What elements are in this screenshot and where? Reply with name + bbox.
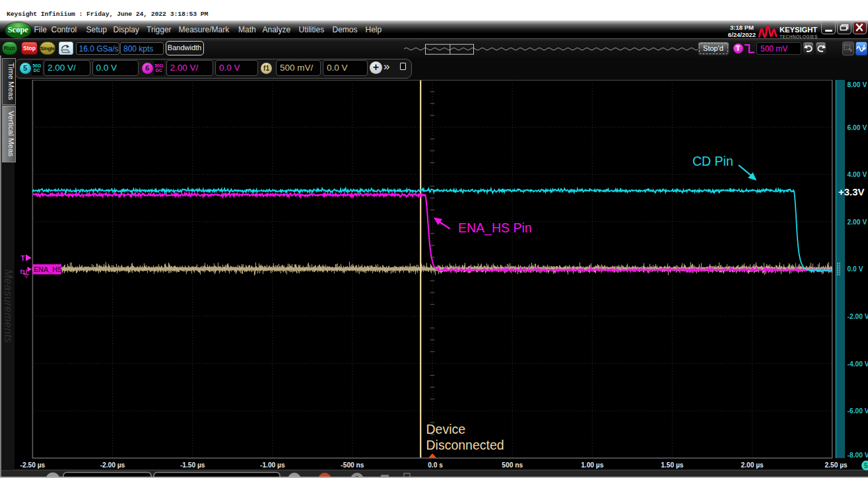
svg-text:1.50 µs: 1.50 µs bbox=[661, 461, 684, 469]
svg-text:5: 5 bbox=[864, 462, 868, 469]
svg-text:4.00 V: 4.00 V bbox=[848, 171, 867, 178]
svg-text:-8.00 V: -8.00 V bbox=[848, 452, 868, 459]
svg-text:500 ns: 500 ns bbox=[502, 461, 523, 469]
svg-text:-2.50 µs: -2.50 µs bbox=[20, 461, 46, 469]
svg-text:ENA_HS: ENA_HS bbox=[34, 265, 62, 273]
svg-text:-2.00 V: -2.00 V bbox=[848, 313, 868, 320]
svg-text:6.00 V: 6.00 V bbox=[848, 124, 867, 131]
svg-text:2.00 µs: 2.00 µs bbox=[741, 461, 764, 469]
svg-text:CD Pin: CD Pin bbox=[692, 154, 733, 168]
svg-text:8.00 V: 8.00 V bbox=[848, 81, 867, 88]
svg-text:ENA_HS Pin: ENA_HS Pin bbox=[458, 221, 532, 236]
svg-text:T: T bbox=[21, 255, 25, 262]
svg-text:-1.00 µs: -1.00 µs bbox=[260, 461, 285, 469]
svg-text:-4.00 V: -4.00 V bbox=[848, 360, 868, 368]
svg-text:0.0 s: 0.0 s bbox=[428, 461, 443, 469]
svg-text:-6.00 V: -6.00 V bbox=[848, 407, 868, 415]
svg-text:0.0 V: 0.0 V bbox=[848, 265, 863, 273]
svg-text:Device: Device bbox=[426, 422, 466, 436]
svg-text:-1.50 µs: -1.50 µs bbox=[180, 461, 205, 469]
svg-text:2.00 V: 2.00 V bbox=[848, 219, 867, 226]
svg-text:1.00 µs: 1.00 µs bbox=[581, 461, 604, 469]
svg-text:2.50 µs: 2.50 µs bbox=[825, 461, 848, 469]
svg-text:+3.3V: +3.3V bbox=[838, 186, 865, 197]
svg-text:-500 ns: -500 ns bbox=[341, 461, 364, 469]
svg-text:Disconnected: Disconnected bbox=[426, 438, 504, 452]
svg-text:-2.00 µs: -2.00 µs bbox=[100, 461, 125, 469]
